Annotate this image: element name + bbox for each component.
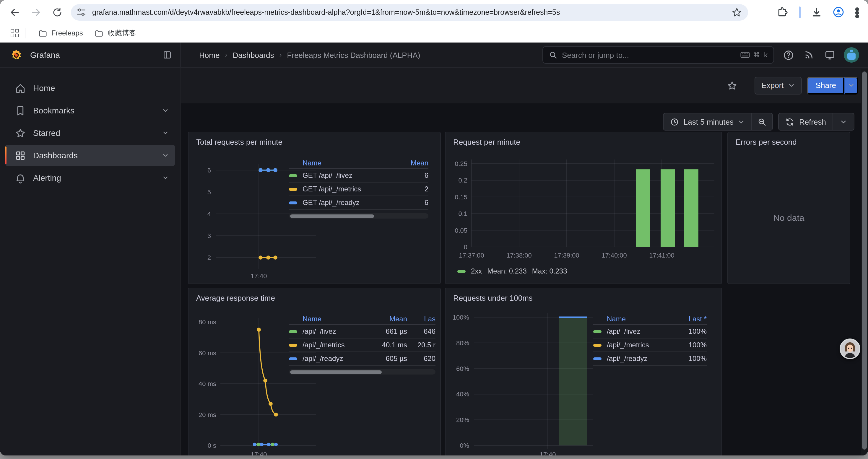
series-name[interactable]: /api/_/readyz (607, 355, 677, 363)
sidebar-item-alerting[interactable]: Alerting (5, 167, 175, 189)
legend-row[interactable]: /api/_/readyz 605 µs 620 (289, 352, 435, 366)
legend-header-name[interactable]: Name (303, 159, 394, 167)
forward-button[interactable] (30, 6, 42, 19)
series-name[interactable]: /api/_/metrics (607, 341, 677, 349)
legend-row[interactable]: GET /api/_/readyz 6 (289, 196, 428, 210)
legend-row[interactable]: /api/_/metrics 100% (593, 338, 707, 352)
page-scrollbar[interactable] (861, 69, 868, 455)
series-last: 620 (407, 355, 435, 363)
scrollbar-thumb[interactable] (862, 71, 867, 450)
help-button[interactable] (782, 48, 795, 61)
time-controls: Last 5 minutes Refresh (663, 113, 855, 131)
reload-button[interactable] (51, 6, 64, 19)
svg-text:0.15: 0.15 (455, 193, 467, 201)
time-range-picker[interactable]: Last 5 minutes (663, 113, 752, 131)
back-button[interactable] (8, 6, 21, 19)
breadcrumb-home[interactable]: Home (199, 51, 219, 59)
chevron-down-icon[interactable] (162, 152, 169, 159)
search-input[interactable]: Search or jump to... ⌘+k (542, 46, 774, 64)
series-name[interactable]: /api/_/livez (303, 327, 368, 335)
legend-row[interactable]: /api/_/metrics 40.1 ms 20.5 r (289, 338, 435, 352)
series-name[interactable]: 2xx (471, 267, 482, 275)
series-last: 646 (407, 327, 435, 335)
series-name[interactable]: GET /api/_/readyz (303, 198, 394, 207)
sidebar-item-label: Bookmarks (33, 106, 74, 115)
legend-row[interactable]: GET /api/_/metrics 2 (289, 183, 428, 196)
user-avatar[interactable] (844, 47, 859, 63)
series-color-pill (289, 174, 297, 177)
sidebar-item-starred[interactable]: Starred (5, 122, 175, 143)
series-name[interactable]: /api/_/metrics (303, 341, 368, 349)
sidebar-item-home[interactable]: Home (5, 77, 175, 99)
extensions-button[interactable] (777, 6, 789, 18)
export-button[interactable]: Export (754, 76, 802, 94)
legend-row[interactable]: /api/_/readyz 100% (593, 352, 707, 366)
legend-header-name[interactable]: Name (303, 315, 368, 323)
display-button[interactable] (823, 48, 836, 61)
share-button[interactable]: Share (807, 76, 844, 94)
legend-scrollbar[interactable] (289, 213, 428, 219)
legend-scrollbar[interactable] (289, 369, 435, 374)
series-name[interactable]: /api/_/readyz (303, 355, 368, 363)
refresh-icon (785, 117, 795, 126)
dock-sidebar-icon[interactable] (162, 50, 172, 60)
series-mean: 661 µs (368, 327, 407, 335)
series-color-pill (593, 330, 601, 333)
zoom-out-button[interactable] (752, 113, 773, 131)
downloads-button[interactable] (811, 6, 823, 18)
browser-menu-button[interactable]: ●●● (855, 7, 860, 18)
url-text[interactable]: grafana.mathmast.com/d/deytv4rwavabkb/fr… (92, 8, 560, 16)
svg-text:100%: 100% (453, 314, 469, 321)
legend-header-mean[interactable]: Mean (368, 315, 407, 323)
panel-title[interactable]: Requests under 100ms (453, 294, 533, 302)
sidebar-item-dashboards[interactable]: Dashboards (5, 145, 175, 166)
panel-title[interactable]: Errors per second (736, 138, 797, 146)
bookmark-folder-freeleaps[interactable]: Freeleaps (32, 26, 89, 40)
star-icon (15, 127, 26, 138)
address-bar[interactable]: grafana.mathmast.com/d/deytv4rwavabkb/fr… (71, 4, 748, 21)
breadcrumb-current: Freeleaps Metrics Dashboard (ALPHA) (287, 51, 421, 59)
share-menu-button[interactable] (844, 76, 858, 94)
chevron-down-icon[interactable] (162, 107, 169, 114)
legend-header-mean[interactable]: Mean (394, 159, 428, 167)
series-name[interactable]: /api/_/livez (607, 327, 677, 335)
panel-title[interactable]: Average response time (196, 294, 275, 302)
series-name[interactable]: GET /api/_/livez (303, 171, 394, 179)
series-color-pill (289, 188, 297, 191)
apps-grid-icon[interactable] (11, 29, 19, 37)
refresh-button[interactable]: Refresh (778, 113, 833, 131)
panel-request-per-minute[interactable]: 0.250.20.150.10.05017:37:0017:38:0017:39… (445, 132, 722, 284)
panel-errors-per-second[interactable]: Errors per second No data (727, 132, 850, 284)
profile-button[interactable] (833, 6, 844, 18)
favorite-star-icon[interactable] (726, 80, 737, 91)
legend-row[interactable]: /api/_/livez 100% (593, 325, 707, 338)
bookmark-label: 收藏博客 (108, 28, 136, 38)
grafana-app: Grafana Home › Dashboards › Freeleaps Me… (0, 42, 868, 455)
panel-total-requests-per-minute[interactable]: 6543217:40 Total requests per minute Nam… (188, 132, 441, 284)
download-icon (811, 6, 823, 18)
legend-header-name[interactable]: Name (607, 315, 677, 323)
legend-header-last[interactable]: Last * (677, 315, 707, 323)
floating-assistant-avatar[interactable] (840, 338, 860, 359)
news-button[interactable] (802, 48, 815, 61)
breadcrumb-dashboards[interactable]: Dashboards (232, 51, 274, 59)
site-settings-icon[interactable] (76, 7, 86, 17)
grafana-brand-name[interactable]: Grafana (30, 50, 60, 60)
panel-average-response-time[interactable]: 80 ms60 ms40 ms20 ms0 s17:40 Average res… (188, 288, 441, 455)
series-mean: 40.1 ms (368, 341, 407, 349)
bookmark-star-icon[interactable] (732, 7, 742, 18)
bookmark-folder-blogs[interactable]: 收藏博客 (89, 26, 142, 40)
panel-requests-under-100ms[interactable]: 100%80%60%40%20%0%17:40 Requests under 1… (445, 288, 722, 455)
legend-header-last[interactable]: Las (407, 315, 435, 323)
panel-title[interactable]: Total requests per minute (196, 138, 282, 146)
panel-title[interactable]: Request per minute (453, 138, 520, 146)
legend-row[interactable]: GET /api/_/livez 6 (289, 169, 428, 183)
series-name[interactable]: GET /api/_/metrics (303, 185, 394, 193)
sidebar-item-bookmarks[interactable]: Bookmarks (5, 100, 175, 121)
refresh-interval-button[interactable] (833, 113, 855, 131)
legend-row[interactable]: /api/_/livez 661 µs 646 (289, 325, 435, 338)
chevron-down-icon[interactable] (162, 129, 169, 136)
series-color-pill (593, 357, 601, 360)
svg-text:0.05: 0.05 (455, 227, 467, 234)
chevron-down-icon[interactable] (162, 174, 169, 182)
